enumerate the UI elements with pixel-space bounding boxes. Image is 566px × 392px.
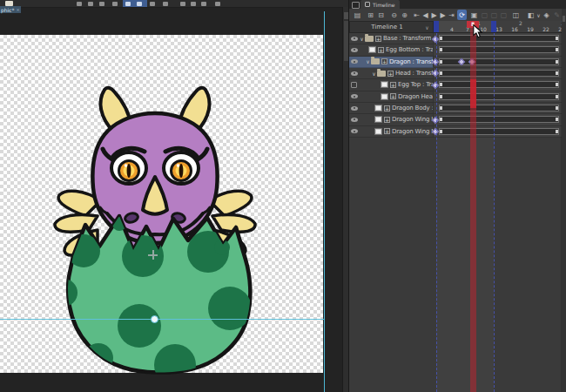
expand-properties-button[interactable] — [375, 36, 381, 42]
app-toolbar-icon[interactable] — [150, 2, 155, 6]
app-toolbar-icon[interactable] — [137, 2, 142, 6]
expand-properties-button[interactable] — [384, 117, 390, 123]
app-toolbar-icon[interactable] — [99, 2, 104, 6]
layer-track[interactable] — [434, 91, 566, 103]
timeline-layer-row[interactable]: Egg Bottom : Transform — [349, 44, 566, 56]
timeline-layer-row[interactable]: Dragon Head : Transform — [349, 91, 566, 103]
document-tab[interactable]: phic* × — [0, 6, 21, 13]
expand-properties-button[interactable] — [390, 93, 396, 99]
app-toolbar-icon[interactable] — [112, 2, 118, 6]
new-animation-cel-icon[interactable]: ▣ — [469, 10, 479, 20]
layer-label-cell[interactable]: Dragon Wing Right : Transform — [349, 126, 434, 138]
delete-frame-icon[interactable]: ⊟ — [376, 10, 386, 20]
transform-guide-horizontal[interactable] — [0, 319, 324, 320]
expand-properties-button[interactable] — [384, 128, 390, 134]
layer-track[interactable] — [434, 68, 566, 79]
layer-label-cell[interactable]: Dragon Body : Transform — [349, 103, 434, 114]
batch-specify-cels-icon[interactable]: ◫ — [511, 10, 521, 20]
visibility-eye-icon[interactable] — [349, 118, 359, 122]
app-toolbar-icon[interactable] — [215, 2, 220, 6]
keyframe-diamond[interactable] — [432, 58, 439, 65]
zoom-out-icon[interactable]: ⊖ — [389, 10, 399, 20]
zoom-in-icon[interactable]: ⊕ — [400, 10, 409, 20]
app-toolbar-icon[interactable] — [163, 2, 168, 6]
onion-skin-dropdown-icon[interactable]: ∨ — [536, 10, 542, 20]
layer-label-cell[interactable]: Egg Top : Transform — [349, 79, 434, 91]
timeline-layer-row[interactable]: Dragon Wing Right : Transform — [349, 126, 566, 138]
clip-bar[interactable] — [439, 81, 559, 88]
expand-chevron-icon[interactable]: ∨ — [371, 71, 377, 77]
close-icon[interactable]: × — [17, 7, 20, 12]
visibility-eye-icon[interactable] — [349, 94, 359, 98]
transparent-canvas-page[interactable] — [0, 35, 323, 373]
cel-option-icon[interactable]: ▢ — [489, 10, 499, 20]
timeline-layer-row[interactable]: ∨Head : Transform — [349, 68, 566, 79]
visibility-off-box[interactable] — [349, 82, 359, 88]
scrollbar-thumb[interactable] — [563, 16, 565, 22]
panel-list-icon[interactable] — [352, 2, 360, 9]
app-toolbar-icon[interactable] — [88, 2, 93, 6]
cel-option-icon[interactable]: ▢ — [499, 10, 509, 20]
keyframe-diamond[interactable] — [432, 128, 439, 135]
app-toolbar-icon[interactable] — [180, 2, 185, 6]
rotation-center-icon[interactable] — [148, 250, 158, 260]
expand-chevron-icon[interactable]: ∨ — [365, 58, 371, 64]
layer-track[interactable] — [434, 44, 566, 56]
clip-bar[interactable] — [439, 35, 559, 42]
layer-label-cell[interactable]: ∨Dragon : Transform — [349, 57, 434, 68]
expand-properties-button[interactable] — [378, 47, 384, 53]
keyframe-diamond[interactable] — [432, 117, 439, 124]
onion-skin-icon[interactable]: ◧ — [526, 10, 536, 20]
timeline-layer-row[interactable]: ∨Base : Transform — [349, 33, 566, 44]
timeline-layer-row[interactable]: ∨Dragon : Transform — [349, 57, 566, 68]
frame-ruler[interactable]: 0123147101316192225 — [434, 21, 566, 33]
expand-properties-button[interactable] — [384, 105, 390, 112]
clip-bar[interactable] — [439, 105, 559, 112]
visibility-eye-icon[interactable] — [349, 37, 359, 41]
clip-bar[interactable] — [439, 70, 559, 77]
timeline-select-dropdown[interactable]: Timeline 1 ∨ — [349, 21, 434, 33]
expand-properties-button[interactable] — [390, 82, 396, 88]
clip-bar[interactable] — [439, 46, 559, 53]
timeline-tab[interactable]: Timeline — [360, 0, 400, 9]
app-toolbar-icon[interactable] — [77, 2, 82, 6]
layer-label-cell[interactable]: ∨Base : Transform — [349, 33, 434, 44]
app-toolbar-icon[interactable] — [125, 2, 131, 6]
go-to-end-icon[interactable]: ⇥ — [447, 10, 456, 20]
layer-track[interactable] — [434, 79, 566, 91]
camera-track-icon[interactable]: ◈ — [542, 10, 551, 20]
layer-label-cell[interactable]: Dragon Wing Left : Transform — [349, 114, 434, 125]
canvas-area[interactable]: phic* × — [0, 0, 348, 392]
playhead-frame-badge[interactable]: 8 — [467, 21, 479, 28]
keyframe-diamond[interactable] — [432, 70, 439, 77]
layer-track[interactable] — [434, 33, 566, 44]
keyframe-diamond[interactable] — [432, 82, 439, 89]
timeline-layer-row[interactable]: Egg Top : Transform — [349, 79, 566, 91]
timeline-scrollbar[interactable] — [562, 9, 566, 392]
end-marker[interactable] — [491, 21, 496, 33]
app-toolbar-icon[interactable] — [191, 2, 196, 6]
timeline-layer-row[interactable]: Dragon Wing Left : Transform — [349, 114, 566, 125]
layer-track[interactable] — [434, 103, 566, 114]
layer-label-cell[interactable]: Egg Bottom : Transform — [349, 44, 434, 56]
layer-label-cell[interactable]: ∨Head : Transform — [349, 68, 434, 79]
transform-handle[interactable] — [151, 315, 158, 323]
layer-track[interactable] — [434, 114, 566, 125]
insert-frame-icon[interactable]: ⊞ — [366, 10, 375, 20]
keyframe-diamond[interactable] — [432, 35, 439, 42]
cel-option-icon[interactable]: ▢ — [480, 10, 489, 20]
loop-play-icon[interactable]: ⟳ — [457, 10, 467, 20]
timeline-layer-row[interactable]: Dragon Body : Transform — [349, 103, 566, 114]
transform-guide-vertical[interactable] — [324, 11, 325, 392]
clip-bar[interactable] — [439, 116, 559, 123]
expand-properties-button[interactable] — [387, 71, 394, 77]
clip-bar[interactable] — [439, 93, 559, 100]
visibility-eye-icon[interactable] — [349, 59, 359, 64]
visibility-eye-icon[interactable] — [349, 71, 359, 76]
expand-properties-button[interactable] — [381, 58, 387, 64]
app-toolbar-icon[interactable] — [201, 2, 206, 6]
timeline-menu-icon[interactable]: ▤ — [353, 10, 362, 20]
start-marker[interactable] — [434, 21, 439, 33]
layer-track[interactable] — [434, 57, 566, 68]
visibility-eye-icon[interactable] — [349, 48, 359, 52]
